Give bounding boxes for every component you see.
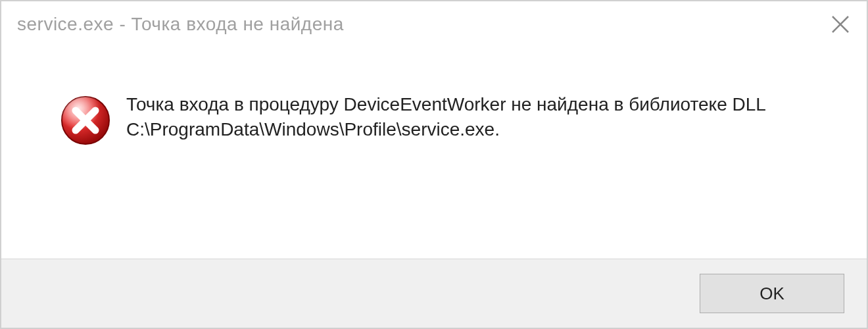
- dialog-title: service.exe - Точка входа не найдена: [17, 14, 344, 35]
- error-dialog: service.exe - Точка входа не найдена: [0, 0, 868, 329]
- ok-button[interactable]: OK: [700, 274, 844, 313]
- dialog-footer: OK: [1, 259, 867, 328]
- dialog-body: Точка входа в процедуру DeviceEventWorke…: [1, 47, 867, 259]
- error-message: Точка входа в процедуру DeviceEventWorke…: [114, 92, 840, 142]
- error-icon: [57, 92, 114, 146]
- titlebar: service.exe - Точка входа не найдена: [1, 1, 867, 47]
- close-button[interactable]: [821, 8, 860, 41]
- close-icon: [830, 14, 851, 35]
